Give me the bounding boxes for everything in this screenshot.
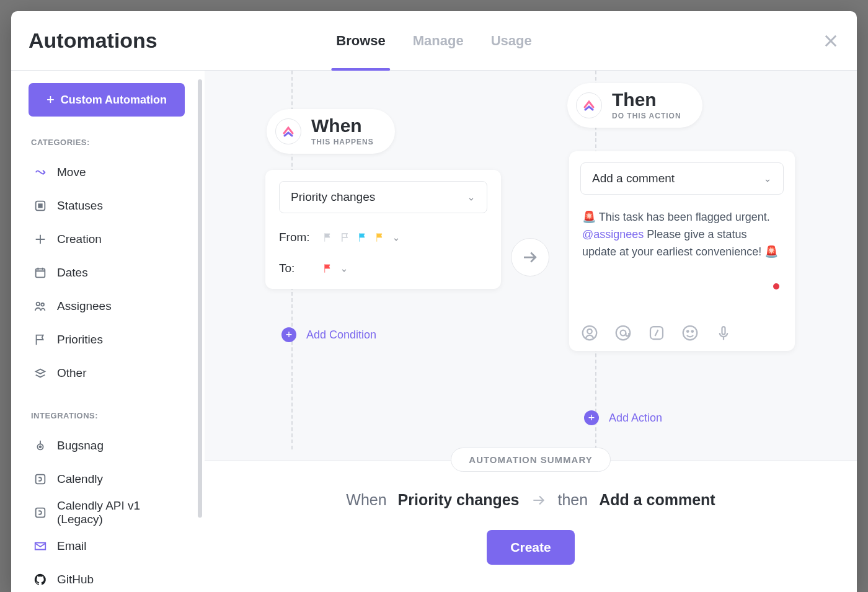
tab-browse[interactable]: Browse — [336, 11, 385, 70]
custom-automation-button[interactable]: + Custom Automation — [29, 83, 185, 117]
mention-icon[interactable] — [614, 324, 632, 342]
when-card: Priority changes From: — [265, 170, 501, 289]
sidebar-item-priorities[interactable]: Priorities — [29, 323, 191, 356]
emoji-icon[interactable] — [681, 324, 699, 342]
integrations-heading: INTEGRATIONS: — [31, 411, 191, 420]
sidebar-item-label: GitHub — [57, 573, 94, 586]
add-condition-button[interactable]: + Add Condition — [281, 327, 376, 342]
clickup-logo-icon — [576, 92, 602, 118]
page-title: Automations — [29, 29, 157, 53]
svg-point-16 — [692, 330, 694, 332]
sidebar-item-calendly-legacy[interactable]: Calendly API v1 (Legacy) — [29, 496, 191, 529]
flag-icon — [33, 333, 47, 347]
chevron-down-icon — [763, 174, 772, 183]
svg-point-11 — [616, 326, 631, 340]
clickup-logo-icon — [275, 118, 301, 144]
then-pill: Then DO THIS ACTION — [567, 83, 702, 128]
comment-toolbar — [580, 320, 784, 342]
when-pill: When THIS HAPPENS — [267, 109, 395, 154]
plus-icon: + — [46, 93, 55, 107]
slash-command-icon[interactable] — [647, 324, 666, 342]
bugsnag-icon — [33, 439, 47, 453]
flow-arrow — [511, 238, 549, 276]
flag-icon — [340, 232, 351, 243]
sidebar-item-other[interactable]: Other — [29, 356, 191, 390]
calendar-icon — [33, 266, 47, 280]
when-subtitle: THIS HAPPENS — [311, 138, 374, 146]
sidebar-item-email[interactable]: Email — [29, 529, 191, 563]
flag-icon — [374, 232, 386, 243]
arrow-right-icon — [531, 492, 547, 508]
create-label: Create — [510, 540, 551, 554]
sidebar-item-creation[interactable]: Creation — [29, 223, 191, 256]
status-icon — [33, 199, 47, 213]
summary-text: When Priority changes then Add a comment — [346, 491, 715, 509]
svg-point-9 — [583, 326, 597, 340]
sidebar-item-move[interactable]: Move — [29, 156, 191, 189]
header-tabs: Browse Manage Usage — [336, 11, 531, 70]
automation-canvas: When THIS HAPPENS Then DO THIS ACTION — [205, 71, 857, 592]
chevron-down-icon — [467, 193, 476, 201]
from-flags-select[interactable] — [322, 232, 401, 243]
flag-icon — [357, 232, 368, 243]
add-action-button[interactable]: + Add Action — [584, 410, 662, 425]
summary-when-word: When — [346, 491, 386, 509]
summary-then-value: Add a comment — [599, 491, 715, 509]
trigger-value: Priority changes — [291, 190, 375, 204]
summary-when-value: Priority changes — [398, 491, 520, 509]
sidebar-item-label: Statuses — [57, 199, 103, 213]
summary-label: AUTOMATION SUMMARY — [451, 448, 610, 472]
sidebar-item-assignees[interactable]: Assignees — [29, 289, 191, 323]
svg-rect-7 — [36, 475, 45, 484]
layers-icon — [33, 366, 47, 380]
to-flags-select[interactable] — [322, 263, 348, 274]
from-label: From: — [279, 231, 322, 244]
svg-point-14 — [683, 326, 698, 340]
creation-icon — [33, 232, 47, 246]
chevron-down-icon — [392, 233, 401, 242]
automations-modal: Automations Browse Manage Usage + Custom… — [11, 11, 857, 592]
sidebar-item-label: Dates — [57, 266, 88, 280]
from-row: From: — [279, 231, 487, 244]
sidebar-item-label: Creation — [57, 232, 102, 246]
mention-token[interactable]: @assignees — [582, 228, 644, 241]
then-subtitle: DO THIS ACTION — [612, 112, 681, 120]
close-button[interactable] — [822, 32, 839, 50]
summary-then-word: then — [558, 491, 588, 509]
cursor-indicator — [773, 283, 779, 289]
canvas-scroll[interactable]: When THIS HAPPENS Then DO THIS ACTION — [205, 71, 857, 592]
people-icon — [33, 299, 47, 313]
svg-point-15 — [687, 330, 689, 332]
when-title: When — [311, 117, 374, 135]
add-action-label: Add Action — [609, 412, 662, 425]
assign-comment-icon[interactable] — [580, 324, 599, 342]
then-title: Then — [612, 91, 681, 109]
sidebar-item-label: Move — [57, 166, 86, 179]
sidebar-item-bugsnag[interactable]: Bugsnag — [29, 429, 191, 462]
to-row: To: — [279, 262, 487, 275]
action-select[interactable]: Add a comment — [580, 162, 784, 195]
sidebar-item-statuses[interactable]: Statuses — [29, 189, 191, 223]
flag-icon — [322, 263, 334, 274]
plus-circle-icon: + — [584, 410, 599, 425]
modal-body: + Custom Automation CATEGORIES: Move Sta… — [11, 71, 857, 592]
github-icon — [33, 573, 47, 586]
action-value: Add a comment — [592, 172, 675, 185]
comment-input[interactable]: 🚨 This task has been flagged urgent. @as… — [580, 205, 784, 310]
add-condition-label: Add Condition — [306, 329, 376, 342]
svg-rect-17 — [722, 327, 725, 335]
sidebar-item-label: Priorities — [57, 333, 103, 347]
voice-icon[interactable] — [714, 324, 733, 342]
tab-usage[interactable]: Usage — [491, 11, 532, 70]
sidebar-item-calendly[interactable]: Calendly — [29, 462, 191, 496]
then-card: Add a comment 🚨 This task has been flagg… — [569, 151, 795, 351]
sidebar-item-dates[interactable]: Dates — [29, 256, 191, 289]
svg-point-4 — [41, 303, 44, 306]
svg-point-10 — [587, 329, 592, 334]
integrations-list: Bugsnag Calendly Calendly API v1 (Legacy… — [29, 429, 191, 592]
tab-manage[interactable]: Manage — [413, 11, 464, 70]
sidebar-item-github[interactable]: GitHub — [29, 563, 191, 592]
create-button[interactable]: Create — [487, 530, 574, 565]
move-icon — [33, 166, 47, 179]
trigger-select[interactable]: Priority changes — [279, 181, 487, 213]
